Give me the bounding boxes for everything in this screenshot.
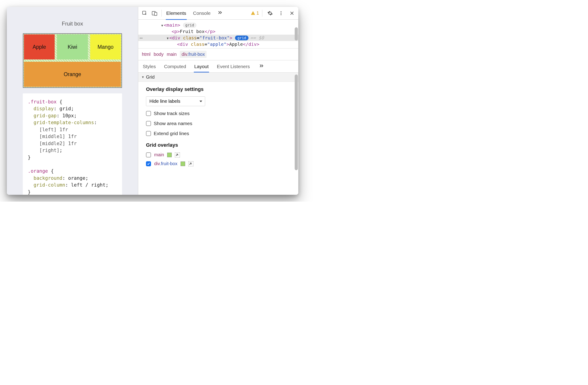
toolbar-right: 1 xyxy=(251,9,296,18)
warnings-badge[interactable]: 1 xyxy=(251,10,259,16)
checkbox-label: Show track sizes xyxy=(154,111,190,116)
selected-node-indicator: == $0 xyxy=(250,35,264,41)
dom-line-apple[interactable]: <div class="apple">Apple</div> xyxy=(138,41,298,47)
dom-scrollbar[interactable] xyxy=(295,21,298,48)
crumb-body[interactable]: body xyxy=(154,52,164,57)
overlay-settings: Overlay display settings Hide line label… xyxy=(138,82,298,141)
devtools-toolbar: Elements Console 1 xyxy=(138,7,298,20)
dom-line-main[interactable]: ▼<main> grid xyxy=(138,22,298,28)
overlay-settings-header: Overlay display settings xyxy=(146,86,291,92)
code-token: .orange xyxy=(28,168,48,174)
code-token: grid xyxy=(60,106,71,111)
code-token: .fruit-box xyxy=(28,99,57,105)
color-swatch-fruitbox[interactable] xyxy=(181,162,185,166)
layout-panel: ▼ Grid Overlay display settings Hide lin… xyxy=(138,73,298,195)
tab-layout[interactable]: Layout xyxy=(194,61,209,72)
code-token: left / right xyxy=(71,182,106,188)
cell-orange[interactable]: Orange xyxy=(24,62,121,87)
code-token: background xyxy=(33,175,62,181)
crumb-main[interactable]: main xyxy=(167,52,176,57)
warnings-count: 1 xyxy=(256,10,259,16)
overlay-row-fruitbox: div.fruit-box xyxy=(146,161,291,166)
checkbox-area-names[interactable] xyxy=(146,121,151,126)
grid-badge[interactable]: grid xyxy=(235,36,249,40)
tabs-overflow-icon[interactable] xyxy=(217,7,223,19)
dom-line-p[interactable]: <p>Fruit box</p> xyxy=(138,28,298,35)
dom-tree[interactable]: ▼<main> grid <p>Fruit box</p> ▼<div clas… xyxy=(138,20,298,48)
cell-apple[interactable]: Apple xyxy=(24,34,55,60)
tab-elements[interactable]: Elements xyxy=(166,7,187,19)
scroll-thumb[interactable] xyxy=(295,27,298,41)
overlay-name-fruitbox[interactable]: div.fruit-box xyxy=(154,161,177,166)
code-token: [middle1] 1fr xyxy=(39,134,77,139)
checkbox-extend-lines[interactable] xyxy=(146,131,151,136)
rendered-page-pane: Fruit box Apple Kiwi Mango Orange .fruit… xyxy=(7,7,138,195)
overlay-checkbox-main[interactable] xyxy=(146,152,151,157)
overlay-name-main[interactable]: main xyxy=(154,152,164,157)
select-value: Hide line labels xyxy=(149,99,180,104)
checkbox-track-sizes[interactable] xyxy=(146,111,151,116)
kebab-menu-icon[interactable] xyxy=(276,9,286,18)
svg-point-4 xyxy=(281,13,281,13)
devtools-window: Fruit box Apple Kiwi Mango Orange .fruit… xyxy=(7,7,298,195)
code-token: [right] xyxy=(39,148,60,153)
cell-kiwi[interactable]: Kiwi xyxy=(57,34,88,60)
crumb-fruitbox[interactable]: div.fruit-box xyxy=(180,51,207,58)
tab-console[interactable]: Console xyxy=(193,7,211,19)
overlay-row-main: main xyxy=(146,152,291,157)
grid-section-title: Grid xyxy=(146,74,155,80)
code-token: 10px xyxy=(63,113,74,118)
page-title: Fruit box xyxy=(23,21,122,27)
device-toolbar-icon[interactable] xyxy=(150,9,159,18)
svg-point-3 xyxy=(281,11,281,12)
inspect-element-icon[interactable] xyxy=(140,9,149,18)
grid-badge[interactable]: grid xyxy=(183,23,196,28)
layout-scrollbar[interactable] xyxy=(295,74,298,194)
dom-line-fruitbox[interactable]: ▼<div class="fruit-box"> grid== $0 xyxy=(138,35,298,41)
cell-mango[interactable]: Mango xyxy=(90,34,121,60)
color-swatch-main[interactable] xyxy=(167,153,172,157)
tab-computed[interactable]: Computed xyxy=(164,61,187,72)
scroll-thumb[interactable] xyxy=(295,74,298,170)
reveal-element-icon[interactable] xyxy=(188,161,193,166)
line-labels-select[interactable]: Hide line labels xyxy=(146,96,205,106)
subtabs-overflow-icon[interactable] xyxy=(259,63,264,69)
toolbar-separator xyxy=(262,10,262,17)
breadcrumb: html body main div.fruit-box xyxy=(138,48,298,60)
grid-section-header[interactable]: ▼ Grid xyxy=(138,73,298,82)
code-token: grid-gap xyxy=(33,113,57,118)
checkbox-label: Show area names xyxy=(154,121,192,126)
code-token: grid-template-columns xyxy=(33,120,94,125)
overlay-checkbox-fruitbox[interactable] xyxy=(146,161,151,166)
fruit-box-container: Apple Kiwi Mango Orange xyxy=(23,33,122,88)
code-token: [middle2] 1fr xyxy=(39,141,77,146)
code-token: display xyxy=(33,106,54,111)
code-token: orange xyxy=(68,175,85,181)
tab-event-listeners[interactable]: Event Listeners xyxy=(216,61,250,72)
css-code-block: .fruit-box { display: grid; grid-gap: 10… xyxy=(23,93,122,195)
tab-styles[interactable]: Styles xyxy=(142,61,156,72)
sidebar-tabs: Styles Computed Layout Event Listeners xyxy=(138,60,298,73)
grid-overlays-header: Grid overlays xyxy=(146,142,291,148)
code-token: grid-column xyxy=(33,182,65,188)
close-icon[interactable] xyxy=(287,9,296,18)
gear-icon[interactable] xyxy=(266,9,275,18)
svg-point-5 xyxy=(281,14,281,15)
devtools-pane: Elements Console 1 xyxy=(138,7,298,195)
checkbox-label: Extend grid lines xyxy=(154,131,189,136)
grid-overlays: Grid overlays main div.fruit-box xyxy=(138,141,298,171)
panel-tabs: Elements Console xyxy=(166,7,250,19)
svg-rect-2 xyxy=(154,12,157,16)
code-token: [left] 1fr xyxy=(39,127,68,132)
fruit-box-grid: Apple Kiwi Mango Orange xyxy=(24,34,121,87)
reveal-element-icon[interactable] xyxy=(175,152,180,157)
crumb-html[interactable]: html xyxy=(142,52,150,57)
